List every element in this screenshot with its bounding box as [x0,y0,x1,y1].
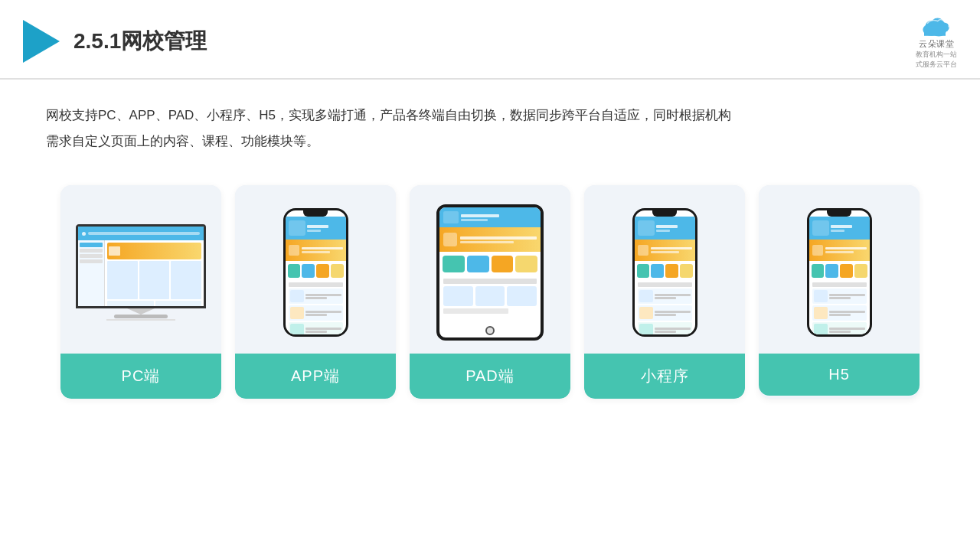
card-app-label: APP端 [235,354,396,399]
pc-screen [76,224,206,308]
card-pad: PAD端 [410,185,570,399]
card-pc-image [60,185,221,354]
card-app-image [235,185,396,354]
pad-device-mockup [436,204,544,341]
card-app: APP端 [235,185,396,399]
card-miniapp: 小程序 [584,185,745,399]
card-miniapp-label: 小程序 [584,354,745,399]
card-h5-label: H5 [759,354,920,396]
svg-rect-5 [924,28,946,36]
miniapp-phone-mockup [632,208,697,337]
pc-device-mockup [76,224,206,321]
cards-container: PC端 [0,162,980,422]
card-pad-image [410,185,570,354]
page-title: 2.5.1网校管理 [74,27,207,56]
cloud-logo-icon [918,14,955,38]
brand-name: 云朵课堂 [919,38,954,50]
card-h5-image [759,185,920,354]
header-right: 云朵课堂 教育机构一站式服务云平台 [916,14,957,69]
card-h5: H5 [759,185,920,399]
card-miniapp-image [584,185,745,354]
logo-triangle-icon [23,20,60,63]
brand-logo: 云朵课堂 教育机构一站式服务云平台 [916,14,957,69]
card-pc: PC端 [60,185,221,399]
card-pad-label: PAD端 [410,354,570,399]
app-phone-mockup [283,208,348,337]
brand-tagline: 教育机构一站式服务云平台 [916,50,957,69]
header: 2.5.1网校管理 云朵课堂 教育机构一站式服务云平台 [0,0,980,80]
description-text-2: 需求自定义页面上的内容、课程、功能模块等。 [46,129,934,155]
description: 网校支持PC、APP、PAD、小程序、H5，实现多端打通，产品各终端自由切换，数… [0,80,980,162]
h5-phone-mockup [807,208,872,337]
header-left: 2.5.1网校管理 [23,20,207,63]
description-text: 网校支持PC、APP、PAD、小程序、H5，实现多端打通，产品各终端自由切换，数… [46,103,934,129]
card-pc-label: PC端 [60,354,221,399]
